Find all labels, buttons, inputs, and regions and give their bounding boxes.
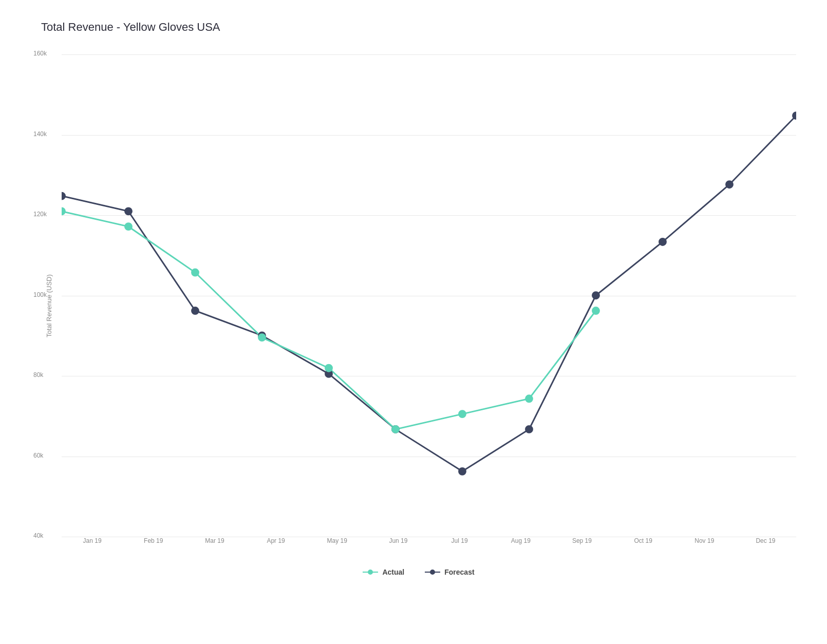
- legend-actual: Actual: [363, 568, 404, 576]
- x-axis-tick: Dec 19: [735, 537, 796, 558]
- x-axis-tick: May 19: [307, 537, 368, 558]
- legend-actual-line: [363, 572, 378, 573]
- x-axis-tick: Jun 19: [368, 537, 429, 558]
- legend-forecast-dot: [430, 570, 435, 575]
- chart-svg: [62, 54, 796, 514]
- y-axis-tick: 120k: [33, 211, 47, 218]
- chart-title: Total Revenue - Yellow Gloves USA: [41, 21, 796, 34]
- y-axis-tick: 80k: [33, 371, 43, 378]
- forecast-dot: [592, 292, 599, 299]
- actual-dot: [525, 395, 533, 402]
- x-axis-tick: Oct 19: [613, 537, 674, 558]
- forecast-dot: [62, 193, 65, 200]
- actual-dot: [325, 365, 332, 372]
- x-axis-tick: Jan 19: [62, 537, 123, 558]
- actual-line: [62, 211, 596, 429]
- actual-dot: [192, 269, 199, 276]
- legend-actual-label: Actual: [382, 568, 404, 576]
- forecast-dot: [192, 307, 199, 314]
- x-axis-tick: Jul 19: [429, 537, 490, 558]
- forecast-dot: [525, 426, 533, 433]
- actual-dot: [459, 410, 466, 418]
- actual-dot: [592, 307, 599, 314]
- legend-forecast-line: [425, 572, 440, 573]
- y-axis-tick: 160k: [33, 50, 47, 57]
- y-axis-tick: 60k: [33, 452, 43, 459]
- forecast-line: [62, 116, 796, 471]
- x-axis-tick: Sep 19: [551, 537, 612, 558]
- forecast-dot: [459, 468, 466, 475]
- x-axis-tick: Feb 19: [123, 537, 184, 558]
- forecast-dot: [659, 238, 666, 245]
- x-axis-tick: Aug 19: [490, 537, 551, 558]
- x-axis-tick: Apr 19: [246, 537, 307, 558]
- forecast-dot: [125, 207, 132, 215]
- actual-dot: [258, 334, 266, 341]
- forecast-dot: [726, 181, 733, 188]
- legend-actual-dot: [368, 570, 373, 575]
- actual-dot: [125, 223, 132, 230]
- y-axis-tick: 100k: [33, 291, 47, 298]
- forecast-dot: [793, 112, 796, 119]
- y-axis-tick: 140k: [33, 130, 47, 138]
- y-axis-tick: 40k: [33, 532, 43, 539]
- actual-dot: [62, 207, 65, 215]
- legend: Actual Forecast: [41, 568, 796, 576]
- chart-inner: 160k140k120k100k80k60k40k Jan 19Feb 19Ma…: [62, 54, 796, 558]
- legend-forecast-label: Forecast: [444, 568, 474, 576]
- x-axis: Jan 19Feb 19Mar 19Apr 19May 19Jun 19Jul …: [62, 537, 796, 558]
- x-axis-tick: Mar 19: [184, 537, 245, 558]
- chart-area: Total Revenue (USD) 160k140k120k100k80k6…: [41, 54, 796, 558]
- x-axis-tick: Nov 19: [674, 537, 735, 558]
- actual-dot: [392, 426, 399, 433]
- legend-forecast: Forecast: [425, 568, 474, 576]
- chart-container: Total Revenue - Yellow Gloves USA Total …: [0, 0, 827, 644]
